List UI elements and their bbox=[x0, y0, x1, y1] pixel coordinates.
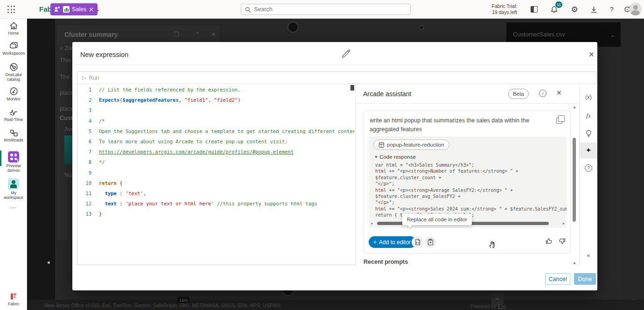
teams-icon bbox=[54, 7, 61, 12]
map-cluster-marker bbox=[287, 21, 299, 33]
run-icon: ▷ bbox=[82, 75, 86, 81]
beta-badge: Beta bbox=[508, 89, 529, 99]
tab-sales[interactable]: Sales ✕ bbox=[50, 3, 98, 15]
replace-code-button[interactable] bbox=[412, 236, 423, 248]
assistant-message-card: write an html popup that summarizes the … bbox=[364, 111, 571, 254]
expression-tool-rail: (x) fx ✦ ? « bbox=[579, 85, 597, 266]
sidebar-item-home[interactable]: Home bbox=[0, 19, 27, 39]
replace-code-icon bbox=[414, 239, 421, 246]
sidebar-item-my-workspace[interactable]: My workspace bbox=[0, 176, 27, 203]
download-icon[interactable] bbox=[588, 4, 599, 14]
trial-status: Fabric Trial:19 days left bbox=[483, 3, 526, 15]
scroll-left-icon[interactable]: ◂ bbox=[371, 221, 375, 225]
arcade-assistant-panel: Arcade assistant Beta i ✕ write an html … bbox=[356, 85, 579, 266]
sidebar-item-real-time[interactable]: Real-Time bbox=[0, 106, 27, 126]
collapse-icon[interactable]: ⌃ bbox=[195, 31, 200, 38]
code-editor[interactable]: 1// List the fields referenced by the ex… bbox=[77, 85, 355, 265]
demo-badge: 1 bbox=[17, 158, 19, 162]
profile-chip[interactable]: popup-feature-reduction bbox=[373, 140, 449, 150]
close-assistant-icon[interactable]: ✕ bbox=[556, 89, 562, 97]
done-button[interactable]: Done bbox=[574, 273, 596, 285]
editor-scrollbar[interactable] bbox=[350, 85, 354, 91]
notifications-bell-icon[interactable]: 11 bbox=[549, 4, 559, 14]
popup-profile-icon bbox=[378, 142, 385, 148]
map-point-marker bbox=[419, 25, 424, 30]
assistant-scroll-area: write an html popup that summarizes the … bbox=[356, 104, 571, 266]
chevron-down-icon: ⌄ bbox=[610, 31, 615, 38]
cancel-button[interactable]: Cancel bbox=[545, 273, 570, 285]
sidebar-footer: Fabric bbox=[0, 292, 27, 306]
assistant-scrollbar[interactable]: ▲ ▼ bbox=[572, 105, 577, 266]
assistant-header: Arcade assistant Beta i ✕ bbox=[356, 85, 579, 104]
close-tab-icon[interactable]: ✕ bbox=[89, 6, 94, 13]
map-scale-badge: 16m bbox=[177, 297, 189, 303]
search-input[interactable] bbox=[254, 6, 406, 13]
app-window: » Cluster summary ❐ ⌃ ✕ ⌕ Zoo This c The… bbox=[0, 0, 644, 310]
edit-pencil-icon[interactable] bbox=[341, 49, 351, 61]
dataset-title: CustomerSales.csv bbox=[513, 31, 565, 38]
notification-count-badge: 11 bbox=[555, 1, 562, 8]
app-launcher-icon[interactable] bbox=[7, 6, 15, 14]
dialog-title: New expression bbox=[80, 51, 128, 58]
scroll-down-icon[interactable]: ▼ bbox=[573, 261, 576, 266]
run-toolbar: ▷ Run bbox=[77, 72, 596, 84]
help-tab[interactable]: ? bbox=[580, 160, 597, 176]
real-time-icon bbox=[9, 108, 18, 116]
assistant-tab[interactable]: ✦ bbox=[580, 142, 597, 158]
sidebar-item-preview-demos[interactable]: 1 Preview demos bbox=[0, 148, 27, 176]
top-bar: Fabric Sales ✕ ⌄ Fabric Trial:19 days le… bbox=[0, 0, 644, 19]
workloads-icon bbox=[9, 129, 18, 137]
thumbs-up-icon[interactable] bbox=[544, 237, 553, 247]
fabric-footer-label: Fabric bbox=[8, 302, 19, 306]
my-workspace-icon bbox=[8, 178, 19, 190]
run-button[interactable]: Run bbox=[89, 75, 99, 81]
tab-list-chevron-icon[interactable]: ⌄ bbox=[96, 6, 100, 13]
assistant-title: Arcade assistant bbox=[363, 90, 412, 98]
copy-code-button[interactable] bbox=[425, 236, 436, 248]
functions-tab[interactable]: fx bbox=[580, 108, 597, 124]
background-text-fragment: Nu bbox=[64, 172, 72, 178]
search-icon bbox=[245, 7, 251, 13]
account-avatar[interactable] bbox=[629, 3, 642, 15]
close-icon[interactable]: ✕ bbox=[211, 31, 216, 38]
copy-icon[interactable] bbox=[556, 118, 562, 124]
sidebar-item-workspaces[interactable]: Workspaces bbox=[0, 39, 27, 60]
background-text-fragment: place bbox=[60, 90, 74, 96]
plus-icon: + bbox=[373, 239, 377, 246]
variables-tab[interactable]: (x) bbox=[580, 89, 597, 105]
thumbs-down-icon[interactable] bbox=[557, 237, 567, 247]
sidebar-more-button[interactable]: ... bbox=[0, 203, 27, 210]
map-point-marker bbox=[48, 261, 50, 264]
add-to-editor-button[interactable]: + Add to editor bbox=[369, 236, 416, 248]
report-icon bbox=[63, 6, 70, 13]
sidebar-item-onelake-catalog[interactable]: OneLake catalog bbox=[0, 60, 27, 84]
user-prompt: write an html popup that summarizes the … bbox=[370, 116, 543, 134]
global-search[interactable] bbox=[241, 4, 411, 15]
close-icon[interactable]: ✕ bbox=[588, 50, 595, 59]
help-icon: ? bbox=[585, 164, 592, 172]
preview-demos-icon: 1 bbox=[8, 151, 19, 162]
sidebar-item-workloads[interactable]: Workloads bbox=[0, 126, 27, 147]
settings-gear-icon[interactable]: ⚙ bbox=[569, 4, 580, 14]
fabric-logo-icon bbox=[9, 292, 18, 301]
code-response-toggle[interactable]: ▼ Code response bbox=[374, 154, 416, 160]
collapse-rail-button[interactable]: « bbox=[580, 247, 597, 263]
scroll-up-icon[interactable]: ▲ bbox=[573, 105, 576, 109]
map-attribution: New Jersey Office of GIS, Esri, TomTom, … bbox=[44, 303, 280, 308]
suggestions-tab[interactable] bbox=[580, 126, 597, 141]
background-text-fragment: place bbox=[60, 106, 74, 112]
side-pane-toggle-icon[interactable] bbox=[529, 4, 539, 14]
help-icon[interactable]: ? bbox=[607, 4, 617, 14]
info-icon[interactable]: i bbox=[539, 90, 546, 97]
duplicate-icon[interactable]: ❐ bbox=[174, 31, 179, 38]
scroll-right-icon[interactable]: ▸ bbox=[560, 221, 565, 225]
cursor-hand-icon bbox=[489, 240, 497, 251]
left-nav: Home Workspaces OneLake catalog Monitor … bbox=[0, 19, 27, 310]
generated-code: var html = "<h3>Sales Summary</h3>";html… bbox=[375, 162, 567, 218]
sidebar-item-monitor[interactable]: Monitor bbox=[0, 84, 27, 106]
map-attribution-band: New Jersey Office of GIS, Esri, TomTom, … bbox=[27, 300, 644, 310]
powered-by-esri: Powered by Esri bbox=[470, 303, 506, 309]
divider bbox=[72, 64, 597, 65]
recent-prompts-heading: Recent prompts bbox=[364, 259, 408, 265]
background-action-rail: » bbox=[27, 19, 55, 310]
